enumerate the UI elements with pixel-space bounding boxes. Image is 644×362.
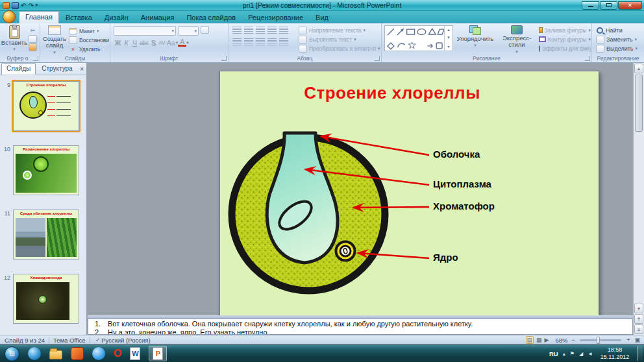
label-membrane[interactable]: Оболочка <box>433 149 480 160</box>
network-icon[interactable]: ◢ <box>579 351 583 357</box>
copy-icon[interactable] <box>29 35 37 43</box>
next-slide-icon[interactable]: ⇊ <box>634 324 643 334</box>
spellcheck-icon[interactable]: ✓ <box>95 337 101 343</box>
align-left-icon[interactable] <box>232 38 242 45</box>
shapes-scroll-up-icon[interactable]: ▲ <box>447 28 451 32</box>
increase-indent-icon[interactable] <box>267 27 277 34</box>
taskbar-browser-icon[interactable] <box>28 347 41 360</box>
reset-button[interactable]: Восстановить <box>69 36 109 44</box>
tab-home[interactable]: Главная <box>19 11 59 23</box>
font-size-combo[interactable]: ▾ <box>178 26 199 36</box>
label-chromatophore[interactable]: Хроматофор <box>433 200 495 211</box>
language-switcher[interactable]: RU <box>549 350 558 357</box>
bold-button[interactable]: Ж <box>114 39 122 47</box>
paragraph-dialog-launcher[interactable] <box>375 56 380 61</box>
vertical-scrollbar[interactable]: ▲ ▼ ⇈ ⇊ <box>633 63 644 335</box>
layout-button[interactable]: Макет ▾ <box>69 27 109 35</box>
taskbar-explorer-icon[interactable] <box>49 348 62 359</box>
close-button[interactable]: × <box>618 1 642 10</box>
shapes-scroll-down-icon[interactable]: ▼ <box>447 36 451 40</box>
font-color-button[interactable]: А <box>178 39 186 47</box>
slide-canvas[interactable]: Строение хлореллы Оболочка Цитоплазма Хр… <box>88 63 633 315</box>
tab-slides[interactable]: Слайды <box>1 63 36 75</box>
taskbar-word-icon[interactable]: W <box>130 347 140 360</box>
align-right-icon[interactable] <box>256 38 265 45</box>
tab-design[interactable]: Дизайн <box>99 12 134 23</box>
save-button[interactable] <box>12 2 19 9</box>
replace-button[interactable]: Заменить ▾ <box>596 35 643 43</box>
language-indicator[interactable]: Русский (Россия) <box>101 337 150 344</box>
align-center-icon[interactable] <box>244 38 253 45</box>
clear-formatting-icon[interactable] <box>201 26 209 34</box>
slideshow-button[interactable]: ▶ <box>545 337 549 343</box>
app-icon[interactable] <box>3 2 10 9</box>
character-spacing-button[interactable]: AV <box>158 40 166 46</box>
current-slide[interactable]: Строение хлореллы Оболочка Цитоплазма Хр… <box>219 71 599 315</box>
shapes-more-icon[interactable]: ▾ <box>448 44 450 49</box>
label-nucleus[interactable]: Ядро <box>433 252 458 263</box>
tab-outline[interactable]: Структура <box>36 63 77 75</box>
numbering-icon[interactable] <box>244 27 253 34</box>
new-slide-button[interactable]: Создать слайд ▾ <box>42 25 68 54</box>
align-text-button[interactable]: Выровнять текст ▾ <box>299 35 380 43</box>
paste-button[interactable]: Вставить ▾ <box>1 25 27 52</box>
slide-9-thumbnail[interactable]: Строение хлореллы <box>13 81 79 131</box>
font-name-combo[interactable]: ▾ <box>114 26 176 36</box>
show-desktop-button[interactable] <box>637 346 643 361</box>
underline-button[interactable]: Ч <box>130 39 139 47</box>
arrange-button[interactable]: Упорядочить ▾ <box>456 25 495 48</box>
scroll-up-icon[interactable]: ▲ <box>634 64 643 73</box>
text-shadow-button[interactable]: S <box>149 39 158 47</box>
change-case-button[interactable]: Аа <box>166 39 176 47</box>
zoom-out-button[interactable]: − <box>570 337 576 343</box>
shape-effects-button[interactable]: Эффекты для фигур ▾ <box>539 44 591 53</box>
undo-button[interactable]: ↶ <box>21 2 26 9</box>
fit-to-window-button[interactable]: ▣ <box>634 337 640 343</box>
scroll-down-icon[interactable]: ▼ <box>634 304 643 313</box>
start-button[interactable]: ⊞ <box>5 346 19 361</box>
zoom-slider[interactable] <box>580 339 621 341</box>
minimize-button[interactable] <box>582 1 599 10</box>
shape-outline-button[interactable]: Контур фигуры ▾ <box>539 35 591 43</box>
decrease-indent-icon[interactable] <box>256 27 265 34</box>
volume-icon[interactable]: ◄ <box>588 351 593 357</box>
taskbar-opera-icon[interactable]: O <box>114 348 121 359</box>
tab-insert[interactable]: Вставка <box>60 12 98 23</box>
clipboard-dialog-launcher[interactable] <box>33 56 38 61</box>
taskbar-messenger-icon[interactable] <box>92 347 105 360</box>
slide-12-thumbnail[interactable]: Хламидомонеда <box>13 274 79 324</box>
drawing-dialog-launcher[interactable] <box>585 56 590 61</box>
redo-button[interactable]: ↷ <box>28 2 33 9</box>
text-direction-button[interactable]: Направление текста ▾ <box>299 26 380 34</box>
office-button[interactable] <box>3 10 16 23</box>
find-button[interactable]: Найти <box>596 26 643 34</box>
shapes-gallery[interactable]: ▲ ▼ ▾ <box>384 25 453 51</box>
action-center-icon[interactable]: ⚑ <box>570 351 575 357</box>
scrollbar-thumb[interactable] <box>635 75 643 132</box>
maximize-button[interactable] <box>600 1 617 10</box>
tab-review[interactable]: Рецензирование <box>242 12 309 23</box>
shape-fill-button[interactable]: Заливка фигуры ▾ <box>539 26 591 34</box>
taskbar-media-icon[interactable] <box>71 347 84 360</box>
columns-icon[interactable] <box>279 38 288 45</box>
format-painter-icon[interactable] <box>29 43 37 51</box>
previous-slide-icon[interactable]: ⇈ <box>634 314 643 324</box>
strikethrough-button[interactable]: abc <box>139 40 149 46</box>
panel-close-icon[interactable]: × <box>80 66 84 73</box>
hidden-icons-chevron[interactable]: ▴ <box>563 351 565 357</box>
zoom-slider-thumb[interactable] <box>597 337 600 344</box>
smartart-button[interactable]: Преобразовать в SmartArt ▾ <box>299 44 380 53</box>
slide-11-thumbnail[interactable]: Среда обитания хлореллы <box>13 210 79 259</box>
clock[interactable]: 18:58 15.11.2012 <box>597 346 632 361</box>
font-dialog-launcher[interactable] <box>221 56 227 61</box>
bullets-icon[interactable] <box>232 27 242 34</box>
tab-slideshow[interactable]: Показ слайдов <box>180 12 242 23</box>
delete-button[interactable]: × Удалить <box>69 45 109 53</box>
cut-icon[interactable]: ✂ <box>29 27 37 34</box>
taskbar-powerpoint-icon[interactable]: P <box>149 346 167 361</box>
label-cytoplasm[interactable]: Цитоплазма <box>433 178 491 189</box>
notes-pane[interactable]: 1.Вот клеточная оболочка. Она покрывает … <box>88 319 633 335</box>
select-button[interactable]: Выделить ▾ <box>596 44 643 53</box>
justify-icon[interactable] <box>267 38 277 45</box>
slide-title[interactable]: Строение хлореллы <box>227 83 558 103</box>
